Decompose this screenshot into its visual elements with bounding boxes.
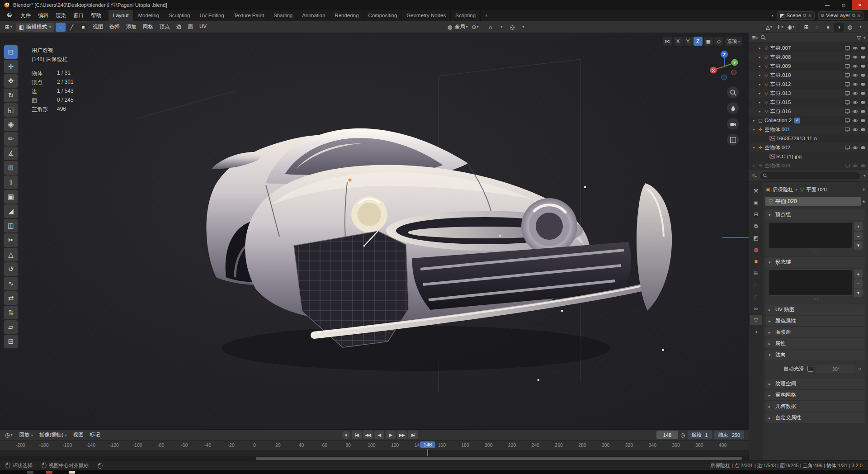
smooth-tool-button[interactable]: ∿ [4, 277, 18, 290]
world-properties-tab[interactable]: ◍ [750, 244, 762, 255]
disclosure-arrow-icon[interactable]: ▸ [757, 46, 763, 50]
hide-eye-icon[interactable] [852, 54, 858, 60]
mirror-z-button[interactable]: Z [693, 37, 703, 46]
close-button[interactable]: ✕ [852, 0, 868, 10]
taskbar-icon[interactable] [46, 471, 52, 474]
disclosure-arrow-icon[interactable]: ▸ [751, 118, 757, 123]
vertex-select-mode-button[interactable]: ∙ [56, 23, 66, 32]
playback-clock-icon[interactable]: ◷ [680, 432, 685, 438]
breadcrumb-object[interactable]: 后保险杠 [773, 186, 793, 193]
snap-toggle-button[interactable]: ∩ [486, 23, 495, 32]
workspace-tab-Layout[interactable]: Layout [108, 10, 134, 21]
menu-面[interactable]: 面 [184, 22, 196, 32]
transform-tool-button[interactable]: ◉ [4, 118, 18, 131]
disable-viewport-icon[interactable] [844, 145, 850, 151]
menu-抓像(插帧)[interactable]: 抓像(插帧) ▾ [36, 430, 70, 440]
auto-keying-button[interactable]: ● [342, 431, 350, 439]
disable-render-icon[interactable] [860, 90, 866, 96]
workspace-tab-Scripting[interactable]: Scripting [451, 10, 481, 21]
disable-render-icon[interactable] [860, 109, 866, 114]
navigation-gizmo[interactable]: Z X Y [707, 48, 741, 84]
view-layer-properties-tab[interactable]: ⧉ [750, 221, 762, 231]
section-header[interactable]: ▸自定义属性 [765, 412, 865, 423]
orthographic-toggle-icon[interactable] [727, 134, 739, 146]
material-properties-tab[interactable]: ◑ [750, 327, 762, 337]
hide-eye-icon[interactable] [852, 90, 858, 96]
menu-网格[interactable]: 网格 [140, 22, 156, 32]
object-properties-tab[interactable]: ■ [750, 256, 762, 266]
menu-回放[interactable]: 回放 ▾ [16, 430, 36, 440]
outliner-row[interactable]: ▸▽车身.013 [749, 89, 868, 98]
disable-render-icon[interactable] [860, 63, 866, 69]
particles-properties-tab[interactable]: ∴ [750, 280, 762, 290]
menu-添加[interactable]: 添加 [123, 22, 140, 32]
timeline-scrollbar-track[interactable] [0, 456, 749, 461]
hide-eye-icon[interactable] [852, 63, 858, 69]
disable-render-icon[interactable] [860, 54, 866, 60]
disclosure-arrow-icon[interactable]: ▸ [757, 91, 763, 95]
disclosure-arrow-icon[interactable]: ▸ [751, 164, 757, 168]
mirror-y-button[interactable]: Y [684, 37, 693, 46]
spin-tool-button[interactable]: ↺ [4, 262, 18, 276]
resize-grip[interactable]: ∷∷ [768, 250, 863, 255]
constraints-properties-tab[interactable]: ∞ [750, 303, 762, 313]
workspace-tab-Animation[interactable]: Animation [297, 10, 330, 21]
hide-eye-icon[interactable] [852, 127, 858, 133]
workspace-tab-Compositing[interactable]: Compositing [363, 10, 402, 21]
poly-build-tool-button[interactable]: △ [4, 248, 18, 261]
frame-start-field[interactable]: 起始1 [688, 431, 712, 439]
filter-icon[interactable]: ▽ [857, 35, 861, 41]
taskbar-icon[interactable] [27, 471, 33, 474]
play-button[interactable]: ▶ [386, 431, 396, 439]
menu-UV[interactable]: UV [196, 22, 210, 32]
properties-search-field[interactable] [760, 172, 861, 180]
viewlayer-selector[interactable]: ⧈ ViewLayer ⧉ ✕ [818, 11, 863, 20]
jump-to-end-button[interactable]: ▶| [408, 431, 418, 439]
scene-properties-tab[interactable]: ◩ [750, 232, 762, 243]
scene-selector[interactable]: ◩ Scene ⧉ ✕ [777, 11, 815, 20]
section-header[interactable]: ▸重构网格 [765, 390, 865, 400]
taskbar-icon[interactable] [69, 471, 75, 474]
disable-viewport-icon[interactable] [844, 100, 850, 105]
disclosure-arrow-icon[interactable]: ▾ [751, 146, 757, 150]
solid-shading-button[interactable]: ● [823, 23, 833, 32]
disable-render-icon[interactable] [860, 118, 866, 123]
menu-顶点[interactable]: 顶点 [156, 22, 173, 32]
inset-faces-tool-button[interactable]: ▣ [4, 190, 18, 204]
outliner-row[interactable]: ▸▽车身.012 [749, 80, 868, 89]
hide-eye-icon[interactable] [852, 72, 858, 78]
workspace-tab-UV Editing[interactable]: UV Editing [195, 10, 229, 21]
disable-render-icon[interactable] [860, 127, 866, 133]
hide-eye-icon[interactable] [852, 109, 858, 114]
scale-tool-button[interactable]: ◱ [4, 103, 18, 117]
extrude-region-tool-button[interactable]: ⇧ [4, 175, 18, 189]
cursor-tool-button[interactable]: ✛ [4, 60, 18, 73]
disable-viewport-icon[interactable] [844, 127, 850, 133]
auto-smooth-checkbox[interactable] [807, 366, 813, 372]
outliner-row[interactable]: ▾✛空物体.001 [749, 125, 868, 134]
menu-标记[interactable]: 标记 [87, 430, 104, 440]
move-tool-button[interactable]: ✥ [4, 74, 18, 88]
disclosure-arrow-icon[interactable]: ▸ [757, 100, 763, 104]
shrink-fatten-tool-button[interactable]: ⇅ [4, 306, 18, 319]
maximize-button[interactable]: □ [835, 0, 852, 10]
fake-user-icon[interactable]: ◈ [863, 199, 865, 204]
current-frame-indicator[interactable]: 148 [420, 441, 435, 448]
disable-render-icon[interactable] [860, 163, 866, 169]
outliner-row[interactable]: ▸▽车身.015 [749, 98, 868, 107]
disable-viewport-icon[interactable] [844, 163, 850, 169]
workspace-tab-Rendering[interactable]: Rendering [330, 10, 363, 21]
menu-窗口[interactable]: 窗口 [70, 11, 87, 20]
disable-render-icon[interactable] [860, 145, 866, 151]
material-preview-shading-button[interactable]: ◑ [834, 23, 844, 32]
menu-选择[interactable]: 选择 [106, 22, 123, 32]
workspace-tab-Texture Paint[interactable]: Texture Paint [229, 10, 269, 21]
resize-grip[interactable]: ∷∷ [768, 297, 863, 302]
pin-icon[interactable]: ⌖ [863, 187, 865, 193]
disable-viewport-icon[interactable] [844, 90, 850, 96]
outliner-row[interactable]: ▸▽车身.007 [749, 43, 868, 52]
workspace-tab-Geometry Nodes[interactable]: Geometry Nodes [402, 10, 451, 21]
edge-slide-tool-button[interactable]: ⇄ [4, 291, 18, 305]
tool-properties-tab[interactable]: ⚒ [750, 185, 762, 196]
bevel-tool-button[interactable]: ◢ [4, 204, 18, 218]
